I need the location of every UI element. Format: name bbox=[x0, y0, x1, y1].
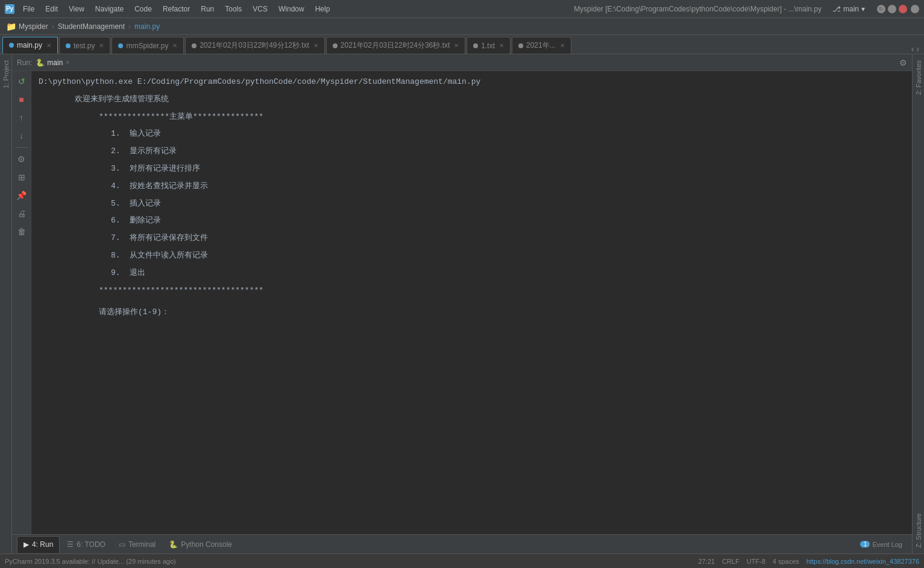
bottom-tab-python-console[interactable]: 🐍 Python Console bbox=[163, 536, 238, 553]
run-python-icon: 🐍 bbox=[36, 58, 45, 67]
scroll-down-button[interactable]: ↓ bbox=[14, 128, 30, 144]
breadcrumb-file[interactable]: main.py bbox=[134, 22, 160, 31]
tab-close-main[interactable]: ✕ bbox=[46, 42, 51, 49]
bottom-tab-terminal[interactable]: ▭ Terminal bbox=[113, 536, 162, 553]
menu-window[interactable]: Window bbox=[274, 4, 309, 14]
tab-test-py[interactable]: test.py ✕ bbox=[59, 37, 110, 54]
run-settings-icon[interactable]: ⚙ bbox=[899, 58, 907, 68]
tab-close-1txt[interactable]: ✕ bbox=[499, 42, 504, 49]
menu-refactor[interactable]: Refactor bbox=[158, 4, 195, 14]
menu-help[interactable]: Help bbox=[310, 4, 335, 14]
bottom-tab-run[interactable]: ▶ 4: Run bbox=[17, 536, 60, 553]
tab-label-test: test.py bbox=[74, 42, 95, 50]
some-btn[interactable] bbox=[888, 5, 896, 13]
console-menu-5: 5. 插入记录 bbox=[39, 198, 905, 210]
breadcrumb-bar: 📁 Myspider › StudentManagement › main.py bbox=[0, 18, 924, 35]
menu-code[interactable]: Code bbox=[130, 4, 157, 14]
status-encoding[interactable]: UTF-8 bbox=[747, 558, 765, 565]
tab-bar-right: ‹ › bbox=[911, 44, 922, 54]
menu-bar: File Edit View Navigate Code Refactor Ru… bbox=[18, 4, 568, 14]
tab-extra[interactable]: 2021年... ✕ bbox=[512, 37, 571, 54]
breadcrumb-folder[interactable]: StudentManagement bbox=[58, 22, 125, 31]
run-bar: Run: 🐍 main ✕ ⚙ bbox=[12, 54, 912, 71]
trash-button[interactable]: 🗑 bbox=[14, 224, 30, 239]
console-blank-6 bbox=[39, 175, 905, 180]
console-welcome: 欢迎来到学生成绩管理系统 bbox=[39, 93, 905, 106]
console-stars-bottom: *********************************** bbox=[39, 285, 905, 297]
run-name-chip[interactable]: 🐍 main ✕ bbox=[36, 58, 70, 67]
console-path-line: D:\python\python.exe E:/Coding/ProgramCo… bbox=[39, 76, 905, 89]
console-blank-5 bbox=[39, 158, 905, 163]
right-vtabs: 2: Favorites Z: Structure bbox=[912, 54, 924, 554]
todo-tab-label: 6: TODO bbox=[77, 540, 105, 549]
menu-vcs[interactable]: VCS bbox=[248, 4, 272, 14]
console-menu-3: 3. 对所有记录进行排序 bbox=[39, 163, 905, 175]
menu-edit[interactable]: Edit bbox=[40, 4, 63, 14]
console-stars-top: ***************主菜单*************** bbox=[39, 111, 905, 124]
app-icon: Py bbox=[5, 4, 14, 14]
editor-tabs-bar: main.py ✕ test.py ✕ mmSpider.py ✕ 2021年0… bbox=[0, 35, 924, 54]
vtab-project[interactable]: 1: Project bbox=[0, 54, 11, 94]
close-icon[interactable] bbox=[899, 5, 907, 13]
tab-close-mmspider[interactable]: ✕ bbox=[172, 42, 177, 49]
branch-name: main bbox=[843, 5, 859, 13]
status-indent[interactable]: 4 spaces bbox=[773, 558, 799, 565]
sync-button[interactable]: ↻ bbox=[877, 5, 885, 13]
tab-dot-txt1 bbox=[192, 43, 196, 48]
scroll-up-button[interactable]: ↑ bbox=[14, 110, 30, 125]
tab-close-txt1[interactable]: ✕ bbox=[313, 42, 318, 49]
tab-main-py[interactable]: main.py ✕ bbox=[2, 37, 58, 54]
pin-button[interactable]: 📌 bbox=[14, 188, 30, 203]
branch-indicator[interactable]: ⎇ main ▾ bbox=[828, 5, 870, 13]
status-url[interactable]: https://blog.csdn.net/weixin_43827376 bbox=[806, 558, 919, 565]
center-panel: Run: 🐍 main ✕ ⚙ ↺ ■ ↑ ↓ ⚙ ⊞ bbox=[12, 54, 912, 554]
console-menu-6: 6. 删除记录 bbox=[39, 215, 905, 227]
run-label: Run: bbox=[17, 58, 32, 67]
console-menu-1: 1. 输入记录 bbox=[39, 128, 905, 140]
console-blank-9 bbox=[39, 227, 905, 232]
run-tab-close-icon[interactable]: ✕ bbox=[65, 59, 70, 66]
vtab-favorites[interactable]: Z: Structure bbox=[913, 507, 924, 554]
console-wrapper: ↺ ■ ↑ ↓ ⚙ ⊞ 📌 🖨 🗑 D:\python\python.exe E… bbox=[12, 71, 912, 534]
console-blank-11 bbox=[39, 262, 905, 267]
layout-button[interactable]: ⊞ bbox=[14, 169, 30, 185]
tab-close-test[interactable]: ✕ bbox=[99, 42, 104, 49]
console-blank-13 bbox=[39, 297, 905, 301]
breadcrumb-project[interactable]: Myspider bbox=[19, 22, 48, 31]
event-log-label: Event Log bbox=[872, 541, 902, 548]
breadcrumb-sep-1: › bbox=[52, 22, 54, 31]
print-button[interactable]: 🖨 bbox=[14, 206, 30, 221]
tab-close-extra[interactable]: ✕ bbox=[560, 42, 565, 49]
tab-label-txt1: 2021年02月03日22时49分12秒.txt bbox=[200, 40, 309, 51]
python-console-label: Python Console bbox=[181, 540, 232, 549]
tab-label-1txt: 1.txt bbox=[481, 42, 495, 50]
rerun-button[interactable]: ↺ bbox=[14, 74, 30, 89]
stop-button[interactable]: ■ bbox=[14, 92, 30, 107]
bottom-tab-todo[interactable]: ☰ 6: TODO bbox=[61, 536, 112, 553]
tab-mmspider-py[interactable]: mmSpider.py ✕ bbox=[112, 37, 184, 54]
menu-file[interactable]: File bbox=[18, 4, 39, 14]
window-title: Myspider [E:\Coding\ProgramCodes\pythonC… bbox=[574, 5, 822, 13]
search-btn[interactable] bbox=[911, 5, 919, 13]
tab-txt2[interactable]: 2021年02月03日22时24分36秒.txt ✕ bbox=[326, 37, 465, 54]
console-output: D:\python\python.exe E:/Coding/ProgramCo… bbox=[31, 71, 912, 534]
tab-scroll-left-icon[interactable]: ‹ bbox=[911, 44, 914, 54]
menu-navigate[interactable]: Navigate bbox=[90, 4, 128, 14]
menu-tools[interactable]: Tools bbox=[220, 4, 247, 14]
breadcrumb-sep-2: › bbox=[128, 22, 131, 31]
console-blank-3 bbox=[39, 123, 905, 128]
vtab-structure[interactable]: 2: Favorites bbox=[913, 54, 924, 101]
tab-txt1[interactable]: 2021年02月03日22时49分12秒.txt ✕ bbox=[185, 37, 324, 54]
console-blank-8 bbox=[39, 210, 905, 215]
menu-run[interactable]: Run bbox=[196, 4, 219, 14]
tab-scroll-right-icon[interactable]: › bbox=[916, 44, 919, 54]
status-line-ending[interactable]: CRLF bbox=[722, 558, 740, 565]
settings-button[interactable]: ⚙ bbox=[14, 151, 30, 167]
menu-view[interactable]: View bbox=[64, 4, 89, 14]
tab-1txt[interactable]: 1.txt ✕ bbox=[467, 37, 511, 54]
event-log-button[interactable]: 1 Event Log bbox=[855, 541, 907, 548]
status-update-msg: PyCharm 2019.3.5 available: // Update...… bbox=[5, 558, 176, 565]
bottom-tabs-bar: ▶ 4: Run ☰ 6: TODO ▭ Terminal 🐍 Python C… bbox=[12, 534, 912, 554]
tab-close-txt2[interactable]: ✕ bbox=[454, 42, 459, 49]
python-console-icon: 🐍 bbox=[169, 540, 178, 549]
